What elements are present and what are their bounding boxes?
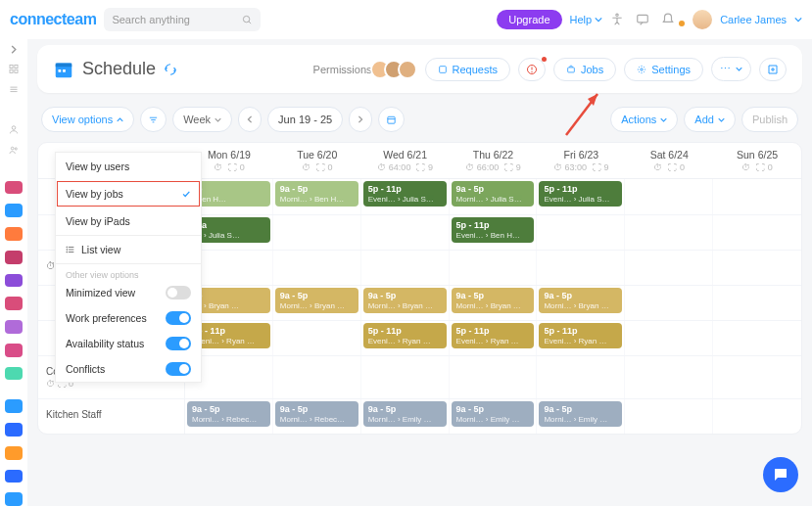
cell[interactable]: [625, 251, 713, 285]
upgrade-button[interactable]: Upgrade: [497, 10, 561, 29]
shift[interactable]: 9a - 5pMorni… › Bryan …: [539, 288, 622, 313]
shift[interactable]: 9a - 5pMorni… › Bryan …: [275, 288, 358, 313]
cell[interactable]: [625, 399, 713, 434]
bell-icon[interactable]: [661, 13, 675, 26]
rail-app-9[interactable]: [5, 367, 23, 381]
today-button[interactable]: [378, 107, 405, 132]
rail-app-b2[interactable]: [5, 423, 23, 437]
cell[interactable]: 5p - 11pEveni… › Ryan …: [450, 321, 538, 355]
user-icon[interactable]: [7, 124, 21, 135]
view-by-users[interactable]: View by users: [56, 153, 201, 180]
cell[interactable]: [537, 356, 625, 398]
jobs-button[interactable]: Jobs: [553, 58, 616, 81]
cell[interactable]: 5p - 11pEveni… › Ben H…: [450, 215, 538, 250]
cell[interactable]: [361, 215, 450, 250]
shift[interactable]: 9a - 5pMorni… › Ben H…: [275, 181, 358, 207]
cell[interactable]: [450, 251, 538, 285]
cell[interactable]: 9a - 5pMorni… › Bryan …: [273, 286, 361, 320]
cell[interactable]: [713, 321, 801, 355]
more-button[interactable]: ⋯: [711, 57, 751, 81]
publish-button[interactable]: Publish: [741, 107, 798, 132]
cell[interactable]: [273, 251, 361, 285]
cell[interactable]: [713, 179, 801, 214]
cell[interactable]: 9a - 5pMorni… › Emily …: [361, 399, 450, 434]
cell[interactable]: 9a - 5pMorni… › Emily …: [537, 399, 625, 434]
rail-app-b5[interactable]: [5, 492, 23, 506]
rail-app-1[interactable]: [5, 181, 23, 195]
shift[interactable]: 9a - 5pMorni… › Bryan …: [363, 288, 447, 313]
rail-app-b4[interactable]: [5, 470, 23, 483]
cell[interactable]: [625, 215, 713, 250]
cell[interactable]: [625, 179, 713, 214]
shift[interactable]: 5p - 11pEveni… › Julia S…: [363, 181, 447, 207]
rail-app-b1[interactable]: [5, 399, 23, 413]
accessibility-icon[interactable]: [610, 13, 624, 26]
minimized-toggle[interactable]: Minimized view: [56, 280, 201, 305]
cell[interactable]: 5p - 11pEveni… › Ryan …: [537, 321, 625, 355]
actions-button[interactable]: Actions: [610, 107, 678, 132]
cell[interactable]: 9a - 5pMorni… › Emily …: [450, 399, 538, 434]
shift[interactable]: 5p - 11pEveni… › Ryan …: [539, 323, 622, 348]
cell[interactable]: [713, 356, 801, 398]
shift[interactable]: 9a - 5pMorni… › Emily …: [539, 401, 622, 427]
cell[interactable]: 9a - 5pMorni… › Rebec…: [185, 399, 273, 434]
cell[interactable]: [361, 251, 450, 285]
cell[interactable]: [273, 321, 361, 355]
search-input[interactable]: Search anything: [104, 8, 261, 31]
filter-button[interactable]: [140, 107, 167, 132]
rail-app-8[interactable]: [5, 344, 23, 357]
rail-app-5[interactable]: [5, 274, 23, 288]
permissions[interactable]: Permissions: [313, 60, 417, 79]
alert-button[interactable]: [518, 58, 546, 81]
cell[interactable]: 9a - 5pMorni… › Bryan …: [361, 286, 450, 320]
rail-app-b3[interactable]: [5, 446, 23, 460]
shift[interactable]: 5p - 11pEveni… › Ryan …: [363, 323, 447, 348]
rail-app-7[interactable]: [5, 320, 23, 334]
cell[interactable]: [625, 286, 713, 320]
view-by-jobs[interactable]: View by jobs: [56, 180, 201, 207]
next-button[interactable]: [349, 107, 372, 132]
settings-button[interactable]: Settings: [624, 58, 703, 81]
requests-button[interactable]: Requests: [425, 58, 510, 81]
shift[interactable]: 9a - 5pMorni… › Rebec…: [275, 401, 358, 427]
cell[interactable]: [713, 399, 801, 434]
cell[interactable]: 9a - 5pMorni… › Bryan …: [537, 286, 625, 320]
rail-app-3[interactable]: [5, 227, 23, 241]
cell[interactable]: 9a - 5pMorni… › Julia S…: [450, 179, 538, 214]
expand-icon[interactable]: [8, 45, 20, 54]
avatar[interactable]: [693, 10, 712, 29]
rail-app-6[interactable]: [5, 297, 23, 310]
rail-app-2[interactable]: [5, 204, 23, 217]
rail-app-4[interactable]: [5, 251, 23, 264]
cell[interactable]: [273, 356, 361, 398]
availability-toggle[interactable]: Availability status: [56, 331, 201, 356]
cell[interactable]: 5p - 11pEveni… › Julia S…: [361, 179, 450, 214]
cell[interactable]: 9a - 5pMorni… › Bryan …: [450, 286, 538, 320]
shift[interactable]: 5p - 11pEveni… › Ryan …: [452, 323, 535, 348]
list-view[interactable]: List view: [56, 236, 201, 263]
cell[interactable]: [537, 251, 625, 285]
shift[interactable]: 5p - 11pEveni… › Ben H…: [452, 217, 535, 243]
shift[interactable]: 9a - 5pMorni… › Bryan …: [452, 288, 535, 313]
cell[interactable]: [625, 356, 713, 398]
date-range[interactable]: Jun 19 - 25: [267, 107, 343, 132]
shift[interactable]: 9a - 5pMorni… › Emily …: [363, 401, 447, 427]
menu-icon[interactable]: [7, 84, 21, 95]
cell[interactable]: [713, 251, 801, 285]
cell[interactable]: 9a - 5pMorni… › Ben H…: [273, 179, 361, 214]
cell[interactable]: [450, 356, 538, 398]
chat-icon[interactable]: [636, 13, 649, 26]
view-options-button[interactable]: View options: [41, 107, 134, 132]
prev-button[interactable]: [238, 107, 262, 132]
workpref-toggle[interactable]: Work preferences: [56, 305, 201, 331]
cell[interactable]: [713, 286, 801, 320]
cell[interactable]: 9a - 5pMorni… › Rebec…: [273, 399, 361, 434]
export-button[interactable]: [759, 58, 787, 81]
shift[interactable]: 9a - 5pMorni… › Julia S…: [452, 181, 535, 207]
period-button[interactable]: Week: [172, 107, 232, 132]
cell[interactable]: [537, 215, 625, 250]
cell[interactable]: 5p - 11pEveni… › Julia S…: [537, 179, 625, 214]
view-by-ipads[interactable]: View by iPads: [56, 207, 201, 235]
help-link[interactable]: Help: [570, 14, 603, 25]
users-icon[interactable]: [7, 145, 21, 156]
